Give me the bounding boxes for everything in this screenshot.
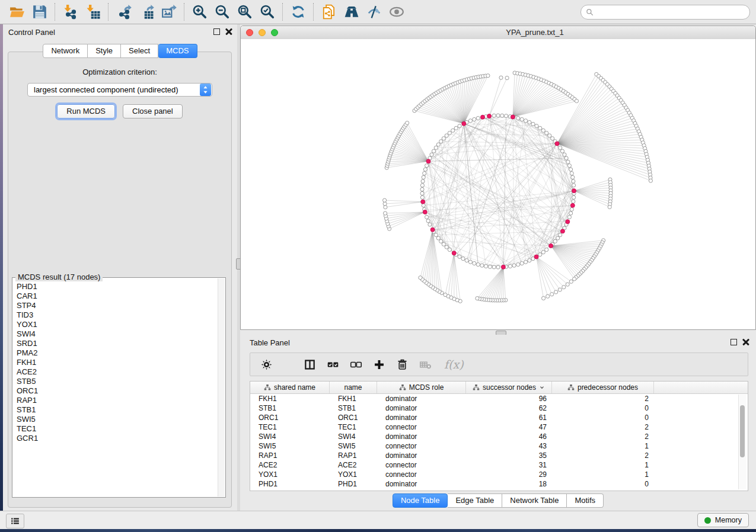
control-panel-title: Control Panel (8, 28, 55, 37)
import-network-icon[interactable] (59, 2, 82, 22)
mcds-result-item[interactable]: PHD1 (17, 282, 225, 291)
mcds-result-item[interactable]: TID3 (17, 310, 225, 320)
mcds-result-item[interactable]: ORC1 (17, 386, 225, 396)
tab-node-table[interactable]: Node Table (393, 493, 448, 508)
select-all-icon[interactable] (326, 358, 339, 371)
mcds-result-item[interactable]: SWI5 (17, 415, 225, 424)
table-row[interactable]: PHD1PHD1dominator180 (250, 479, 748, 489)
search-network-icon[interactable] (340, 2, 363, 22)
cell-name: PHD1 (330, 480, 377, 488)
maximize-window-icon[interactable] (271, 29, 278, 36)
table-row[interactable]: RAP1RAP1dominator352 (250, 451, 748, 460)
float-window-icon[interactable] (731, 339, 737, 345)
table-row[interactable]: TEC1TEC1connector472 (250, 422, 748, 432)
column-header-shared-name[interactable]: shared name (250, 382, 330, 393)
import-table-icon[interactable] (82, 2, 104, 22)
refresh-icon[interactable] (287, 2, 310, 22)
tab-network-table[interactable]: Network Table (502, 493, 567, 508)
column-header-successor-nodes[interactable]: successor nodes (466, 382, 552, 393)
tab-select[interactable]: Select (121, 44, 158, 58)
mcds-result-item[interactable]: STB1 (17, 405, 225, 415)
column-header-name[interactable]: name (330, 382, 377, 393)
table-row[interactable]: SWI4SWI4dominator462 (250, 432, 748, 441)
cell-name: STB1 (330, 404, 377, 412)
tab-style[interactable]: Style (88, 44, 121, 58)
table-row[interactable]: ACE2ACE2connector311 (250, 460, 748, 470)
delete-column-icon[interactable] (395, 358, 409, 371)
mcds-result-scrollbar[interactable] (218, 278, 225, 496)
network-view-window: YPA_prune.txt_1 (240, 25, 756, 330)
zoom-out-icon[interactable] (211, 2, 234, 22)
toolbar-separator (313, 3, 314, 21)
mcds-result-item[interactable]: STB5 (17, 377, 225, 386)
cell-MCDS-role: connector (377, 470, 466, 479)
table-panel-title: Table Panel (250, 338, 290, 347)
mcds-result-item[interactable]: PMA2 (17, 348, 225, 358)
mcds-result-item[interactable]: TEC1 (17, 424, 225, 434)
search-input[interactable] (596, 7, 745, 17)
close-panel-icon[interactable] (225, 28, 232, 35)
mcds-result-item[interactable]: YOX1 (17, 320, 225, 329)
column-header-MCDS-role[interactable]: MCDS role (377, 382, 466, 393)
close-panel-button[interactable]: Close panel (123, 104, 183, 118)
tab-network[interactable]: Network (43, 44, 88, 58)
hide-panels-icon[interactable] (363, 2, 385, 22)
cell-name: FKH1 (330, 395, 377, 403)
cell-shared-name: YOX1 (250, 470, 330, 479)
save-icon[interactable] (28, 2, 51, 22)
cell-shared-name: ORC1 (250, 414, 330, 422)
columns-icon[interactable] (303, 358, 316, 371)
table-scrollbar-thumb[interactable] (740, 405, 745, 457)
selected-criterion: largest connected component (undirected) (28, 85, 200, 94)
memory-button[interactable]: Memory (697, 513, 749, 527)
mcds-result-item[interactable]: SWI4 (17, 329, 225, 339)
cell-name: SWI4 (330, 432, 377, 441)
search-box[interactable] (580, 5, 750, 20)
deselect-all-icon[interactable] (349, 358, 362, 371)
export-table-icon[interactable] (135, 2, 158, 22)
mcds-result-item[interactable]: GCR1 (17, 434, 225, 443)
gear-icon[interactable] (260, 358, 273, 371)
mcds-result-item[interactable]: SRD1 (17, 339, 225, 348)
minimize-window-icon[interactable] (259, 29, 266, 36)
network-canvas[interactable] (241, 39, 755, 329)
zoom-in-icon[interactable] (189, 2, 211, 22)
zoom-fit-icon[interactable] (234, 2, 256, 22)
table-scrollbar[interactable] (738, 395, 747, 489)
cell-name: SWI5 (330, 442, 377, 450)
cell-successor-nodes: 96 (466, 395, 552, 403)
close-window-icon[interactable] (246, 29, 253, 36)
export-network-icon[interactable] (113, 2, 135, 22)
export-image-icon[interactable] (158, 2, 180, 22)
preview-icon[interactable] (385, 2, 408, 22)
mcds-result-item[interactable]: ACE2 (17, 367, 225, 377)
network-window-titlebar[interactable]: YPA_prune.txt_1 (241, 26, 755, 40)
float-window-icon[interactable] (213, 28, 220, 35)
table-row[interactable]: YOX1YOX1connector291 (250, 470, 748, 479)
tab-edge-table[interactable]: Edge Table (448, 493, 502, 508)
table-row[interactable]: ORC1ORC1dominator610 (250, 413, 748, 422)
cell-successor-nodes: 35 (466, 451, 552, 460)
mcds-result-item[interactable]: STP4 (17, 301, 225, 310)
table-panel-header: Table Panel (240, 335, 756, 350)
tab-mcds[interactable]: MCDS (158, 44, 197, 58)
cell-MCDS-role: connector (377, 442, 466, 450)
optimization-criterion-select[interactable]: largest connected component (undirected) (27, 83, 212, 97)
table-row[interactable]: SWI5SWI5connector431 (250, 441, 748, 451)
mcds-result-item[interactable]: RAP1 (17, 396, 225, 405)
tab-motifs[interactable]: Motifs (567, 493, 604, 508)
close-panel-icon[interactable] (742, 338, 749, 345)
mcds-result-item[interactable]: FKH1 (17, 358, 225, 367)
open-icon[interactable] (6, 2, 28, 22)
add-column-icon[interactable] (372, 358, 385, 371)
task-history-button[interactable] (6, 514, 24, 528)
clone-network-icon[interactable] (318, 2, 340, 22)
sort-desc-icon (539, 384, 545, 390)
column-header-predecessor-nodes[interactable]: predecessor nodes (552, 382, 654, 393)
mcds-result-item[interactable]: CAR1 (17, 291, 225, 301)
zoom-selected-icon[interactable] (256, 2, 279, 22)
run-mcds-button[interactable]: Run MCDS (57, 104, 115, 118)
table-toolbar: f(x) (250, 352, 748, 376)
table-row[interactable]: FKH1FKH1dominator962 (250, 394, 748, 403)
table-row[interactable]: STB1STB1dominator620 (250, 403, 748, 413)
